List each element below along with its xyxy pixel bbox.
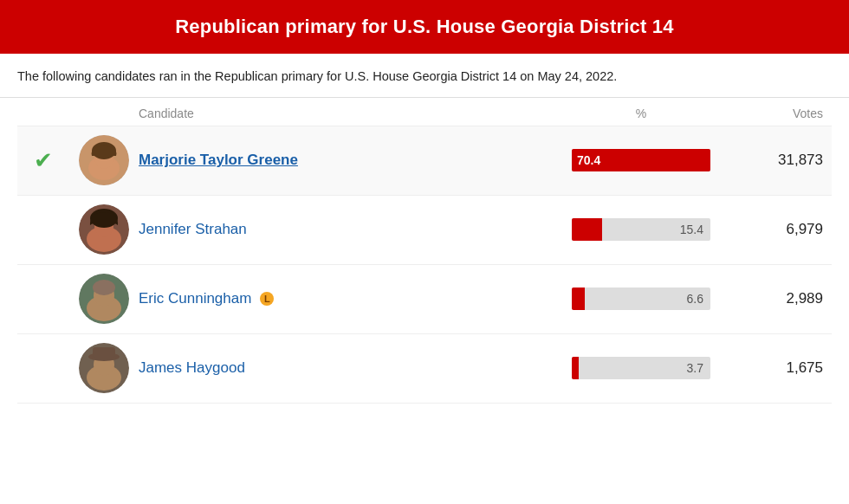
bar-label: 3.7 <box>687 361 703 375</box>
table-header-row: Candidate % Votes <box>17 98 832 126</box>
party-icon: L <box>260 292 274 306</box>
header-title: Republican primary for U.S. House Georgi… <box>175 16 673 37</box>
avatar <box>79 204 129 255</box>
table-row: ✔ Marjorie Taylor Greene 70.4 31,873 <box>17 126 832 196</box>
avatar <box>79 274 129 324</box>
svg-point-11 <box>93 280 115 295</box>
avatar <box>79 135 129 185</box>
percent-bar: 15.4 <box>572 218 710 241</box>
avatar-wrap <box>69 135 139 185</box>
svg-rect-16 <box>93 347 115 358</box>
bar-label: 15.4 <box>680 223 703 236</box>
table-row: Eric CunninghamL 6.6 2,989 <box>17 265 832 334</box>
votes-value: 31,873 <box>728 152 832 169</box>
col-header-avatar <box>69 107 139 120</box>
bar-label: 6.6 <box>687 292 703 306</box>
avatar <box>79 343 129 393</box>
bar-wrap: 6.6 <box>554 288 728 310</box>
percent-bar: 70.4 <box>572 149 710 171</box>
candidate-name: Jennifer Strahan <box>139 221 554 238</box>
votes-value: 2,989 <box>728 290 832 307</box>
avatar-wrap <box>69 204 139 255</box>
bar-fill <box>572 357 579 379</box>
table-row: James Haygood 3.7 1,675 <box>17 334 832 404</box>
votes-value: 6,979 <box>728 221 832 238</box>
table-row: Jennifer Strahan 15.4 6,979 <box>17 196 832 265</box>
winner-check-icon: ✔ <box>17 147 69 174</box>
bar-label-inside: 70.4 <box>577 153 600 167</box>
bar-fill <box>572 288 585 310</box>
description-text: The following candidates ran in the Repu… <box>0 54 849 98</box>
avatar-wrap <box>69 343 139 393</box>
bar-wrap: 15.4 <box>554 218 728 241</box>
col-header-icon <box>17 107 69 120</box>
col-header-votes: Votes <box>728 107 832 120</box>
avatar-wrap <box>69 274 139 324</box>
candidate-name: James Haygood <box>139 359 554 377</box>
col-header-percent: % <box>554 107 728 120</box>
bar-fill <box>572 218 602 241</box>
col-header-candidate: Candidate <box>139 107 554 120</box>
candidate-name: Eric CunninghamL <box>139 290 554 307</box>
bar-wrap: 70.4 <box>554 149 728 171</box>
results-table: Candidate % Votes ✔ Marjorie Taylor Gree… <box>0 98 849 404</box>
candidates-list: ✔ Marjorie Taylor Greene 70.4 31,873 <box>17 126 832 404</box>
candidate-name[interactable]: Marjorie Taylor Greene <box>139 152 554 169</box>
percent-bar: 3.7 <box>572 357 710 379</box>
percent-bar: 6.6 <box>572 288 710 310</box>
bar-wrap: 3.7 <box>554 357 728 379</box>
votes-value: 1,675 <box>728 359 832 377</box>
page-header: Republican primary for U.S. House Georgi… <box>0 0 849 54</box>
